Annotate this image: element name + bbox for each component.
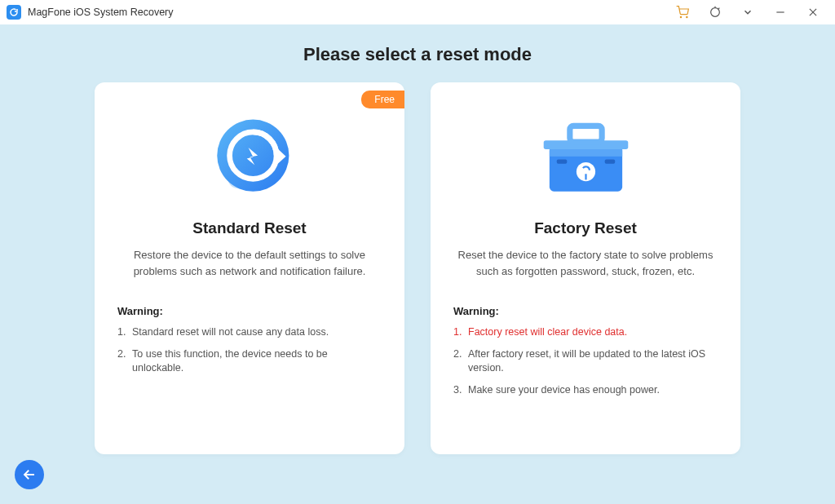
chevron-down-icon[interactable] bbox=[740, 5, 755, 20]
standard-reset-card[interactable]: Free Standard Reset Restore the device t… bbox=[95, 82, 404, 454]
page-title: Please select a reset mode bbox=[0, 44, 835, 65]
factory-reset-title: Factory Reset bbox=[453, 219, 718, 237]
settings-icon[interactable] bbox=[708, 5, 722, 20]
standard-reset-title: Standard Reset bbox=[117, 219, 382, 237]
warning-heading: Warning: bbox=[117, 305, 382, 317]
factory-reset-icon bbox=[453, 105, 718, 211]
list-item: After factory reset, it will be updated … bbox=[453, 347, 718, 376]
svg-point-2 bbox=[711, 8, 720, 17]
svg-rect-15 bbox=[604, 159, 615, 163]
cart-icon[interactable] bbox=[675, 5, 690, 20]
svg-point-0 bbox=[680, 16, 681, 17]
warning-heading: Warning: bbox=[453, 305, 718, 317]
app-title: MagFone iOS System Recovery bbox=[28, 7, 174, 18]
list-item: Make sure your device has enough power. bbox=[453, 383, 718, 398]
list-item: To use this function, the device needs t… bbox=[117, 347, 382, 376]
list-item: Factory reset will clear device data. bbox=[453, 325, 718, 340]
factory-reset-description: Reset the device to the factory state to… bbox=[453, 247, 718, 279]
factory-warning-list: Factory reset will clear device data. Af… bbox=[453, 325, 718, 397]
standard-reset-icon bbox=[117, 105, 382, 211]
list-item: Standard reset will not cause any data l… bbox=[117, 325, 382, 340]
svg-point-1 bbox=[687, 16, 687, 17]
standard-warning-list: Standard reset will not cause any data l… bbox=[117, 325, 382, 376]
titlebar-controls bbox=[675, 5, 828, 20]
factory-reset-card[interactable]: Factory Reset Reset the device to the fa… bbox=[431, 82, 740, 454]
titlebar: MagFone iOS System Recovery bbox=[0, 0, 835, 24]
svg-rect-13 bbox=[569, 126, 601, 142]
minimize-button[interactable] bbox=[773, 5, 788, 20]
standard-reset-description: Restore the device to the default settin… bbox=[117, 247, 382, 279]
mode-cards: Free Standard Reset Restore the device t… bbox=[0, 82, 835, 454]
free-badge: Free bbox=[361, 91, 404, 108]
svg-rect-14 bbox=[556, 159, 567, 163]
back-button[interactable] bbox=[15, 460, 44, 489]
app-logo-icon bbox=[7, 5, 21, 20]
close-button[interactable] bbox=[806, 5, 820, 20]
